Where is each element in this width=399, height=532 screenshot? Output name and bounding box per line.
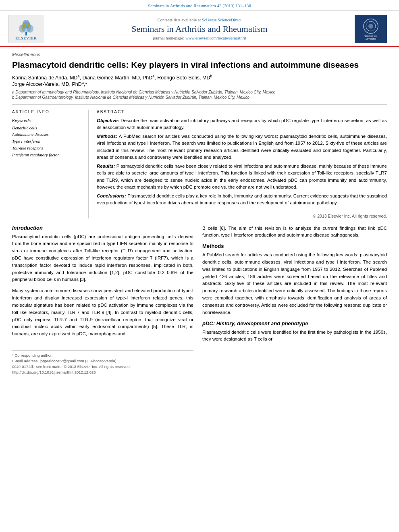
pdc-history-heading: pDC: History, development and phenotype [202,320,387,326]
contents-line: Contents lists available at SciVerse Sci… [48,18,351,22]
journal-url: journal homepage: www.elsevier.com/locat… [48,36,351,40]
footnote-corresponding: * Corresponding author. [12,353,193,357]
affiliations: a Department of Immunology and Rheumatol… [12,90,387,100]
article-info-abstract-section: ARTICLE INFO Keywords: Dendritic cells A… [12,104,387,218]
abstract-text: Objective: Describe the main activation … [97,117,387,207]
svg-point-5 [22,24,26,28]
svg-point-7 [22,28,24,31]
article-body: Miscellaneous Plasmacytoid dendritic cel… [0,47,399,384]
abstract-results: Results: Plasmacytoid dendritic cells ha… [97,163,387,191]
article-footer: * Corresponding author. E-mail address: … [12,350,193,374]
right-paragraph-1: B cells [6]. The aim of this revision is… [202,225,387,239]
divider-footnote [12,342,193,342]
body-right-col: B cells [6]. The aim of this revision is… [202,225,387,376]
article-title: Plasmacytoid dendritic cells: Key player… [12,59,387,70]
footnote-issn: 0049-0172/$- see front matter © 2013 Els… [12,364,193,369]
body-left-col: Introduction Plasmacytoid dendritic cell… [12,225,193,376]
abstract-title: ABSTRACT [97,110,387,114]
sciverse-link[interactable]: SciVerse ScienceDirect [202,18,241,22]
abstract-objective: Objective: Describe the main activation … [97,117,387,131]
footnote-doi: http://dx.doi.org/10.1016/j.semarthrit.2… [12,370,193,374]
journal-homepage-link[interactable]: www.elsevier.com/locate/semarthrit [185,36,246,40]
copyright-line: © 2013 Elsevier Inc. All rights reserved… [97,211,387,218]
affiliation-b: b Department of Gastroenterology, Instit… [12,95,387,100]
intro-paragraph-2: Many systemic autoimmune diseases show p… [12,287,193,338]
article-info-col: ARTICLE INFO Keywords: Dendritic cells A… [12,110,89,218]
elsevier-text: ELSEVIER [15,36,37,40]
keyword-3: Type I interferon [12,138,83,145]
footnote-email: E-mail address: jorgealcocer2@gmail.com … [12,359,193,363]
keyword-5: Interferon regulatory factor [12,152,83,159]
keywords-list: Dendritic cells Autoimmune diseases Type… [12,125,83,159]
keyword-4: Toll-like receptors [12,145,83,152]
elsevier-logo: ELSEVIER [8,15,44,43]
journal-right-logo: SEMINARS IN ARTHRITIS [355,15,387,43]
keyword-2: Autoimmune diseases [12,131,83,138]
body-two-col: Introduction Plasmacytoid dendritic cell… [12,225,387,376]
pdc-history-paragraph: Plasmacytoid dendritic cells were identi… [202,329,387,343]
methods-heading: Methods [202,243,387,249]
introduction-heading: Introduction [12,225,193,231]
journal-reference-link[interactable]: Seminars in Arthritis and Rheumatism 43 … [148,3,251,8]
journal-title: Seminars in Arthritis and Rheumatism [48,24,351,34]
svg-text:SEMINARS IN: SEMINARS IN [364,35,378,37]
section-label: Miscellaneous [12,52,387,57]
affiliation-a: a Department of Immunology and Rheumatol… [12,90,387,94]
svg-point-11 [368,24,373,29]
keyword-1: Dendritic cells [12,125,83,132]
svg-rect-0 [25,32,27,35]
abstract-conclusions: Conclusions: Plasmacytoid dendritic cell… [97,193,387,207]
svg-point-6 [27,24,30,27]
keywords-label: Keywords: [12,118,83,123]
journal-center-info: Contents lists available at SciVerse Sci… [44,18,355,40]
abstract-methods: Methods: A PubMed search for articles wa… [97,133,387,161]
article-info-title: ARTICLE INFO [12,110,83,114]
journal-header: ELSEVIER Contents lists available at Sci… [0,11,399,47]
intro-paragraph-1: Plasmacytoid dendritic cells (pDC) are p… [12,233,193,284]
authors: Karina Santana-de Anda, MDa, Diana Gómez… [12,74,387,87]
methods-paragraph: A PubMed search for articles was conduct… [202,251,387,316]
abstract-col: ABSTRACT Objective: Describe the main ac… [97,110,387,218]
top-bar: Seminars in Arthritis and Rheumatism 43 … [0,0,399,11]
svg-text:ARTHRITIS: ARTHRITIS [366,38,376,40]
